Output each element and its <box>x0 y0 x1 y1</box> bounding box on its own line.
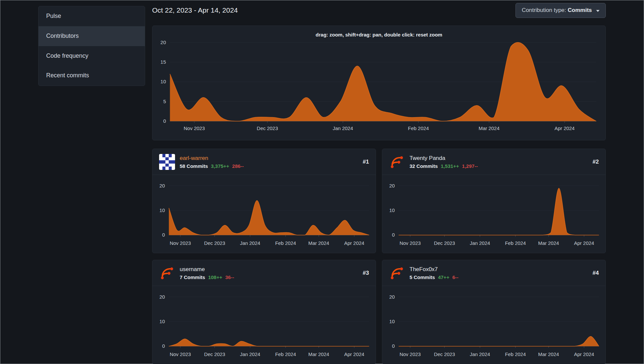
svg-text:Jan 2024: Jan 2024 <box>240 241 260 246</box>
deletions-count: 6-- <box>452 274 458 280</box>
contributor-info: username 7 Commits 108++ 36-- <box>180 266 234 280</box>
contribution-type-label: Contribution type: <box>522 7 566 14</box>
contributor-card-header: Twenty Panda 32 Commits 1,531++ 1,297-- … <box>382 149 605 175</box>
svg-text:20: 20 <box>389 294 395 300</box>
contributor-card-header: TheFox0x7 5 Commits 47++ 6-- #4 <box>382 260 605 286</box>
svg-text:0: 0 <box>392 232 395 238</box>
contributor-name-link[interactable]: username <box>180 266 234 273</box>
contributor-info: Twenty Panda 32 Commits 1,531++ 1,297-- <box>410 155 478 169</box>
repo-contributors-page: Pulse Contributors Code frequency Recent… <box>0 0 644 364</box>
svg-text:Dec 2023: Dec 2023 <box>257 126 278 131</box>
contribution-type-dropdown[interactable]: Contribution type: Commits <box>515 3 606 18</box>
contributor-card-header: earl-warren 58 Commits 3,375++ 286-- #1 <box>152 149 376 175</box>
contributor-rank: #4 <box>593 270 599 276</box>
svg-text:0: 0 <box>162 232 165 238</box>
contributor-chart-twenty-panda[interactable]: 01020Nov 2023Dec 2023Jan 2024Feb 2024Mar… <box>382 175 605 253</box>
svg-text:Dec 2023: Dec 2023 <box>434 352 455 357</box>
svg-text:10: 10 <box>389 208 395 213</box>
sidebar-item-recent-commits[interactable]: Recent commits <box>39 66 145 86</box>
svg-text:0: 0 <box>162 343 165 349</box>
svg-text:Dec 2023: Dec 2023 <box>204 241 225 246</box>
main-content: Oct 22, 2023 - Apr 14, 2024 Contribution… <box>152 0 606 364</box>
svg-text:10: 10 <box>389 319 395 324</box>
svg-text:20: 20 <box>389 183 395 188</box>
svg-text:Mar 2024: Mar 2024 <box>538 241 559 246</box>
commit-count: 7 Commits <box>180 274 205 280</box>
contributor-rank: #1 <box>363 159 369 165</box>
svg-text:Nov 2023: Nov 2023 <box>170 241 191 246</box>
commit-count: 58 Commits <box>180 163 208 169</box>
additions-count: 108++ <box>208 274 223 280</box>
svg-text:Feb 2024: Feb 2024 <box>275 241 296 246</box>
svg-text:15: 15 <box>160 59 166 65</box>
svg-text:Feb 2024: Feb 2024 <box>505 352 526 357</box>
svg-text:Jan 2024: Jan 2024 <box>470 352 490 357</box>
contributor-card-username: username 7 Commits 108++ 36-- #3 01020No… <box>152 260 376 364</box>
svg-text:Dec 2023: Dec 2023 <box>204 352 225 357</box>
sidebar-item-contributors[interactable]: Contributors <box>39 26 145 46</box>
svg-text:0: 0 <box>392 343 395 349</box>
contributor-chart-thefox0x7[interactable]: 01020Nov 2023Dec 2023Jan 2024Feb 2024Mar… <box>382 286 605 364</box>
svg-text:0: 0 <box>163 118 166 124</box>
contributor-card-earl-warren: earl-warren 58 Commits 3,375++ 286-- #1 … <box>152 149 376 253</box>
sidebar-item-pulse[interactable]: Pulse <box>39 6 145 26</box>
svg-text:Nov 2023: Nov 2023 <box>400 241 421 246</box>
contributor-name-link[interactable]: TheFox0x7 <box>410 266 458 273</box>
commit-count: 5 Commits <box>410 274 435 280</box>
svg-text:Mar 2024: Mar 2024 <box>308 241 329 246</box>
svg-text:10: 10 <box>159 208 165 213</box>
chevron-down-icon <box>596 10 599 12</box>
contribution-type-value: Commits <box>568 7 592 14</box>
svg-text:Apr 2024: Apr 2024 <box>344 352 364 357</box>
additions-count: 1,531++ <box>441 163 459 169</box>
svg-text:10: 10 <box>160 79 166 84</box>
svg-text:Jan 2024: Jan 2024 <box>470 241 490 246</box>
svg-text:Mar 2024: Mar 2024 <box>538 352 559 357</box>
svg-text:Feb 2024: Feb 2024 <box>275 352 296 357</box>
contributor-stats: 7 Commits 108++ 36-- <box>180 274 234 280</box>
content-header: Oct 22, 2023 - Apr 14, 2024 Contribution… <box>152 0 606 21</box>
svg-text:Feb 2024: Feb 2024 <box>408 126 429 131</box>
svg-text:Nov 2023: Nov 2023 <box>184 126 205 131</box>
date-range-title: Oct 22, 2023 - Apr 14, 2024 <box>152 6 238 14</box>
svg-text:Feb 2024: Feb 2024 <box>505 241 526 246</box>
activity-sidebar-menu: Pulse Contributors Code frequency Recent… <box>38 6 145 86</box>
contributor-cards-grid: earl-warren 58 Commits 3,375++ 286-- #1 … <box>152 149 606 364</box>
contributor-stats: 58 Commits 3,375++ 286-- <box>180 163 244 169</box>
svg-text:20: 20 <box>160 40 166 45</box>
svg-text:20: 20 <box>159 294 165 300</box>
svg-text:Apr 2024: Apr 2024 <box>555 126 575 131</box>
forgejo-logo-icon <box>159 265 175 281</box>
svg-text:10: 10 <box>159 319 165 324</box>
forgejo-logo-icon <box>389 154 405 170</box>
contributor-rank: #2 <box>593 159 599 165</box>
avatar[interactable] <box>159 265 175 281</box>
additions-count: 47++ <box>438 274 449 280</box>
avatar[interactable] <box>159 154 175 170</box>
svg-text:Apr 2024: Apr 2024 <box>574 352 594 357</box>
contributor-card-thefox0x7: TheFox0x7 5 Commits 47++ 6-- #4 01020Nov… <box>382 260 606 364</box>
contributor-rank: #3 <box>363 270 369 276</box>
svg-text:Jan 2024: Jan 2024 <box>240 352 260 357</box>
contributor-chart-earl-warren[interactable]: 01020Nov 2023Dec 2023Jan 2024Feb 2024Mar… <box>152 175 376 253</box>
contributor-name-link[interactable]: earl-warren <box>180 155 244 162</box>
commit-count: 32 Commits <box>410 163 438 169</box>
svg-text:Nov 2023: Nov 2023 <box>170 352 191 357</box>
avatar[interactable] <box>389 154 405 170</box>
deletions-count: 36-- <box>225 274 234 280</box>
svg-text:Jan 2024: Jan 2024 <box>333 126 353 131</box>
contributor-name-link[interactable]: Twenty Panda <box>410 155 478 162</box>
deletions-count: 286-- <box>232 163 244 169</box>
contributor-info: earl-warren 58 Commits 3,375++ 286-- <box>180 155 244 169</box>
overall-contributions-card: drag: zoom, shift+drag: pan, double clic… <box>152 26 606 140</box>
sidebar-item-code-frequency[interactable]: Code frequency <box>39 46 145 66</box>
contributor-chart-username[interactable]: 01020Nov 2023Dec 2023Jan 2024Feb 2024Mar… <box>152 286 376 364</box>
forgejo-logo-icon <box>389 265 405 281</box>
svg-text:Mar 2024: Mar 2024 <box>308 352 329 357</box>
avatar[interactable] <box>389 265 405 281</box>
overall-contributions-chart[interactable]: 05101520Nov 2023Dec 2023Jan 2024Feb 2024… <box>152 26 605 140</box>
svg-text:Mar 2024: Mar 2024 <box>479 126 500 131</box>
additions-count: 3,375++ <box>211 163 229 169</box>
deletions-count: 1,297-- <box>462 163 478 169</box>
contributor-info: TheFox0x7 5 Commits 47++ 6-- <box>410 266 458 280</box>
